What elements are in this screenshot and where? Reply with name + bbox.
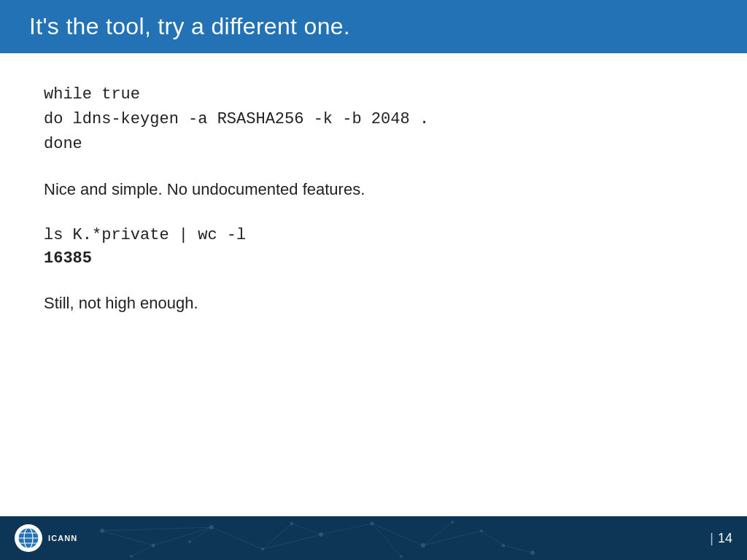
slide-footer: ICANN | 14 <box>0 516 747 560</box>
code-block-2: ls K.*private | wc -l 16385 <box>44 223 703 271</box>
code-result: 16385 <box>44 248 703 271</box>
code-block-1: while true do ldns-keygen -a RSASHA256 -… <box>44 82 703 157</box>
svg-line-29 <box>321 524 372 534</box>
footer-page-info: | 14 <box>710 531 732 546</box>
svg-line-36 <box>292 524 321 534</box>
svg-line-30 <box>372 524 423 545</box>
icann-globe-icon <box>17 526 40 550</box>
code-line-while: while true <box>44 82 703 107</box>
icann-logo: ICANN <box>15 524 77 552</box>
svg-line-23 <box>153 527 212 545</box>
prose-text-2: Still, not high enough. <box>44 292 703 315</box>
slide-header: It's the tool, try a different one. <box>0 0 747 53</box>
svg-line-25 <box>190 527 212 542</box>
code-line-ls: ls K.*private | wc -l <box>44 223 703 248</box>
code-line-done: done <box>44 132 703 157</box>
footer-network-decoration <box>44 516 591 560</box>
svg-line-26 <box>212 527 263 549</box>
svg-line-34 <box>481 531 503 545</box>
code-line-do: do ldns-keygen -a RSASHA256 -k -b 2048 . <box>44 107 703 132</box>
page-number: 14 <box>718 531 732 546</box>
slide-content: while true do ldns-keygen -a RSASHA256 -… <box>0 53 747 366</box>
page-divider: | <box>710 531 713 546</box>
prose-text-1: Nice and simple. No undocumented feature… <box>44 179 703 201</box>
logo-label: ICANN <box>48 534 77 542</box>
svg-line-31 <box>372 524 401 556</box>
logo-circle <box>15 524 42 552</box>
svg-line-35 <box>503 545 533 553</box>
slide-title: It's the tool, try a different one. <box>29 13 350 40</box>
svg-line-24 <box>131 545 153 556</box>
svg-line-22 <box>102 527 212 531</box>
svg-line-21 <box>102 531 153 545</box>
